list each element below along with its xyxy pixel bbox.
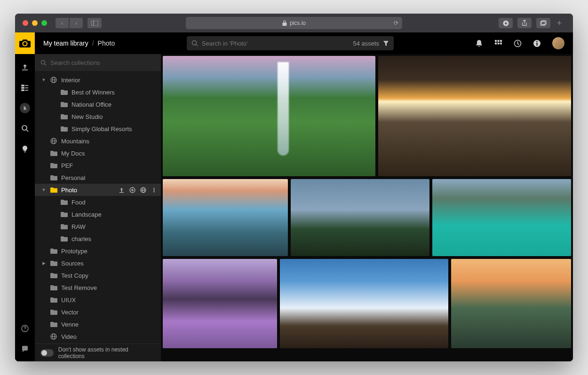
history-button[interactable] xyxy=(514,39,522,47)
forward-button[interactable]: › xyxy=(70,18,83,28)
asset-thumbnail[interactable] xyxy=(163,179,288,256)
svg-line-19 xyxy=(26,130,28,132)
asset-thumbnail[interactable] xyxy=(163,56,375,176)
collection-item[interactable]: PEF xyxy=(35,159,161,172)
collection-item[interactable]: My Docs xyxy=(35,147,161,159)
collection-item[interactable]: UIUX xyxy=(35,294,161,306)
folder-icon xyxy=(60,224,68,229)
folder-icon xyxy=(60,114,68,119)
svg-point-18 xyxy=(22,125,27,130)
collection-item[interactable]: Food xyxy=(35,196,161,208)
asset-thumbnail[interactable] xyxy=(163,259,277,348)
search-input[interactable]: Search in 'Photo' 54 assets xyxy=(187,36,394,50)
collection-item[interactable]: Mountains xyxy=(35,135,161,147)
folder-icon xyxy=(50,150,57,156)
folder-icon xyxy=(50,175,57,180)
asset-thumbnail[interactable] xyxy=(451,259,571,348)
info-button[interactable] xyxy=(533,39,541,47)
collection-item[interactable]: Test Copy xyxy=(35,269,161,281)
nav-buttons: ‹ › xyxy=(56,18,83,28)
collection-item[interactable]: ▼Interior xyxy=(35,74,161,86)
address-bar[interactable]: pics.io ⟳ xyxy=(186,17,402,29)
collection-item[interactable]: charles xyxy=(35,233,161,245)
breadcrumb-current: Photo xyxy=(98,39,115,47)
lightbulb-button[interactable] xyxy=(15,140,35,158)
folder-icon xyxy=(60,102,68,107)
lock-icon xyxy=(282,20,287,26)
collection-item[interactable]: ▼Photo xyxy=(35,184,161,196)
user-avatar[interactable] xyxy=(552,37,564,49)
window-controls xyxy=(23,20,47,26)
app-logo[interactable] xyxy=(15,32,35,54)
collection-label: Mountains xyxy=(61,138,89,145)
add-icon[interactable] xyxy=(129,187,135,193)
collection-item[interactable]: Landscape xyxy=(35,208,161,220)
collection-item[interactable]: Best of Winners xyxy=(35,86,161,98)
globe-icon[interactable] xyxy=(140,187,146,193)
search-button[interactable] xyxy=(15,119,35,138)
keywords-button[interactable]: k xyxy=(20,103,30,113)
collection-item[interactable]: Vector xyxy=(35,306,161,318)
collection-label: Food xyxy=(72,199,86,206)
collection-item[interactable]: ▶Sources xyxy=(35,257,161,269)
notifications-button[interactable] xyxy=(475,39,483,47)
globe-icon xyxy=(50,138,57,144)
svg-rect-11 xyxy=(495,42,497,44)
new-tab-button[interactable]: + xyxy=(553,17,565,29)
collection-label: charles xyxy=(72,235,91,242)
collection-label: Test Copy xyxy=(61,272,88,279)
asset-thumbnail[interactable] xyxy=(378,56,571,176)
collection-item[interactable]: Video xyxy=(35,330,161,343)
sidebar-footer: Don't show assets in nested collections xyxy=(35,344,161,361)
back-button[interactable]: ‹ xyxy=(56,18,69,28)
close-window-button[interactable] xyxy=(23,20,28,26)
browser-titlebar: ‹ › pics.io ⟳ + xyxy=(15,14,573,32)
collection-label: Video xyxy=(61,333,77,340)
collections-search-input[interactable]: Search collections xyxy=(35,54,161,71)
url-host: pics.io xyxy=(290,20,306,26)
folder-icon xyxy=(50,273,57,278)
collection-label: Photo xyxy=(61,187,77,194)
svg-line-7 xyxy=(196,45,198,47)
svg-rect-10 xyxy=(500,40,502,42)
show-sidebar-button[interactable] xyxy=(87,18,102,28)
asset-thumbnail[interactable] xyxy=(291,179,429,256)
collection-item[interactable]: National Office xyxy=(35,98,161,110)
share-button[interactable] xyxy=(517,18,532,28)
collection-item[interactable]: RAW xyxy=(35,220,161,233)
breadcrumb-root[interactable]: My team library xyxy=(43,39,88,47)
help-button[interactable] xyxy=(15,319,35,338)
collection-item[interactable]: New Studio xyxy=(35,110,161,123)
app-header: My team library / Photo Search in 'Photo… xyxy=(15,32,573,54)
folder-icon xyxy=(50,187,57,193)
folder-icon xyxy=(50,285,57,290)
svg-rect-0 xyxy=(91,21,98,26)
filter-icon[interactable] xyxy=(383,40,389,47)
downloads-button[interactable] xyxy=(499,18,513,28)
nested-toggle[interactable] xyxy=(40,349,54,357)
upload-button[interactable] xyxy=(15,58,35,77)
maximize-window-button[interactable] xyxy=(41,20,47,26)
svg-rect-9 xyxy=(497,40,499,42)
reload-icon[interactable]: ⟳ xyxy=(394,20,398,26)
collection-item[interactable]: Personal xyxy=(35,172,161,184)
collection-label: Test Remove xyxy=(61,284,97,291)
chat-button[interactable] xyxy=(15,340,35,359)
collection-label: PEF xyxy=(61,162,73,169)
asset-thumbnail[interactable] xyxy=(280,259,448,348)
collections-search-placeholder: Search collections xyxy=(50,59,100,66)
collection-item[interactable]: Venne xyxy=(35,318,161,330)
collection-item[interactable]: Test Remove xyxy=(35,281,161,294)
asset-gallery xyxy=(161,54,573,361)
collections-button[interactable] xyxy=(15,78,35,97)
collection-item[interactable]: Simply Global Resorts xyxy=(35,123,161,135)
collection-item[interactable]: Prototype xyxy=(35,245,161,257)
minimize-window-button[interactable] xyxy=(32,20,38,26)
asset-thumbnail[interactable] xyxy=(432,179,571,256)
svg-point-22 xyxy=(41,60,45,64)
tabs-button[interactable] xyxy=(536,18,550,28)
grid-view-button[interactable] xyxy=(494,39,502,47)
upload-icon[interactable] xyxy=(119,187,125,193)
svg-point-17 xyxy=(536,41,537,42)
more-icon[interactable] xyxy=(151,187,157,193)
